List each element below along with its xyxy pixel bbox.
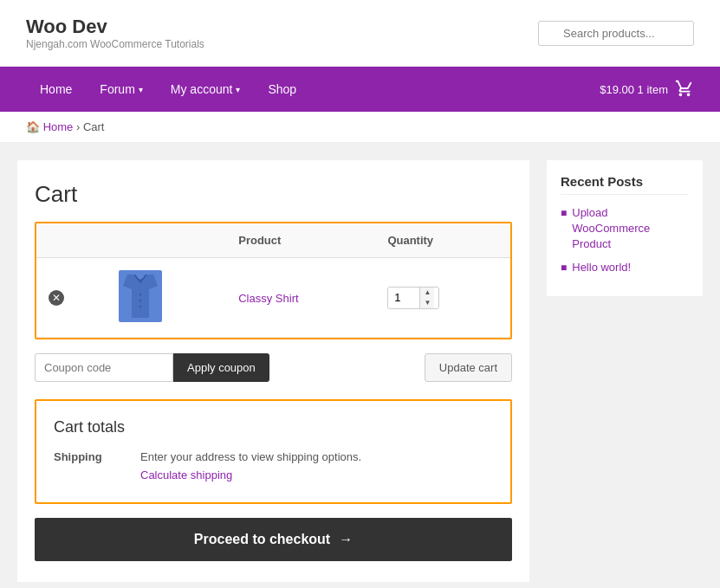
nav-link-forum[interactable]: Forum ▾ [86,67,156,112]
svg-point-5 [139,306,142,308]
coupon-row: Apply coupon Update cart [35,353,512,382]
coupon-input[interactable] [35,353,173,382]
nav-item-home[interactable]: Home [26,67,86,112]
nav-item-shop[interactable]: Shop [254,67,310,112]
recent-posts-title: Recent Posts [561,174,689,195]
nav-bar: Home Forum ▾ My account ▾ Shop $19.00 1 … [0,67,720,112]
calculate-shipping-link[interactable]: Calculate shipping [140,467,361,485]
sidebar: Recent Posts ■ Upload WooCommerce Produc… [547,160,703,582]
product-name-cell: Classy Shirt [226,258,375,338]
breadcrumb-home-link[interactable]: Home [43,120,74,133]
post-link-1[interactable]: Upload WooCommerce Product [572,205,689,253]
cart-table-header: Product Quantity [36,223,510,258]
quantity-down-button[interactable]: ▼ [420,298,434,308]
quantity-arrows: ▲ ▼ [419,288,434,308]
cart-table-wrapper: Product Quantity ✕ [35,222,512,339]
update-cart-button[interactable]: Update cart [425,353,512,382]
home-icon: 🏠 [26,120,40,133]
col-product: Product [226,223,375,258]
breadcrumb-current: Cart [83,120,105,133]
site-title: Woo Dev [26,16,204,38]
table-row: ✕ [36,258,510,338]
nav-item-forum[interactable]: Forum ▾ [86,67,156,112]
quantity-cell: ▲ ▼ [375,258,510,338]
nav-link-myaccount[interactable]: My account ▾ [157,67,255,112]
site-tagline: Njengah.com WooCommerce Tutorials [26,38,204,50]
breadcrumb: 🏠 Home › Cart [0,112,720,143]
col-image [107,223,226,258]
product-image-cell [107,258,226,338]
nav-cart[interactable]: $19.00 1 item [600,79,694,100]
search-input[interactable] [538,21,694,46]
apply-coupon-button[interactable]: Apply coupon [173,353,269,382]
product-link[interactable]: Classy Shirt [238,292,298,305]
svg-point-3 [139,294,142,296]
checkout-button[interactable]: Proceed to checkout → [35,518,512,561]
list-item: ■ Hello world! [561,260,689,275]
site-header: Woo Dev Njengah.com WooCommerce Tutorial… [0,0,720,67]
nav-item-myaccount[interactable]: My account ▾ [157,67,255,112]
quantity-up-button[interactable]: ▲ [420,288,434,298]
cart-totals-title: Cart totals [54,418,493,436]
post-link-2[interactable]: Hello world! [572,260,631,275]
list-item: ■ Upload WooCommerce Product [561,205,689,253]
shipping-label: Shipping [54,449,123,463]
cart-table-body: ✕ [36,258,510,338]
post-icon: ■ [561,207,567,219]
chevron-down-icon: ▾ [236,85,240,94]
col-remove [36,223,107,258]
site-branding: Woo Dev Njengah.com WooCommerce Tutorial… [26,16,204,50]
cart-icon [675,79,694,100]
cart-totals-wrapper: Cart totals Shipping Enter your address … [35,399,512,504]
main-content: Cart Product Quantity ✕ [17,160,529,582]
svg-point-4 [139,300,142,302]
quantity-input[interactable] [388,288,419,307]
chevron-down-icon: ▾ [139,85,143,94]
shipping-value: Enter your address to view shipping opti… [140,449,361,485]
nav-link-shop[interactable]: Shop [254,67,310,112]
recent-posts-section: Recent Posts ■ Upload WooCommerce Produc… [547,160,703,296]
quantity-input-wrap: ▲ ▼ [387,287,439,309]
search-wrapper: 🔍 [538,21,694,46]
post-icon: ■ [561,262,567,274]
cart-amount: $19.00 1 item [600,83,668,96]
remove-item-button[interactable]: ✕ [49,290,64,306]
breadcrumb-separator: › [76,120,80,133]
nav-items: Home Forum ▾ My account ▾ Shop [26,67,600,112]
col-quantity: Quantity [375,223,510,258]
main-layout: Cart Product Quantity ✕ [0,143,720,588]
nav-link-home[interactable]: Home [26,67,86,112]
cart-title: Cart [35,181,512,208]
remove-cell: ✕ [36,258,107,338]
checkout-btn-wrap: Proceed to checkout → [35,518,512,561]
cart-table: Product Quantity ✕ [36,223,510,338]
shipping-row: Shipping Enter your address to view ship… [54,449,493,485]
coupon-left: Apply coupon [35,353,269,382]
